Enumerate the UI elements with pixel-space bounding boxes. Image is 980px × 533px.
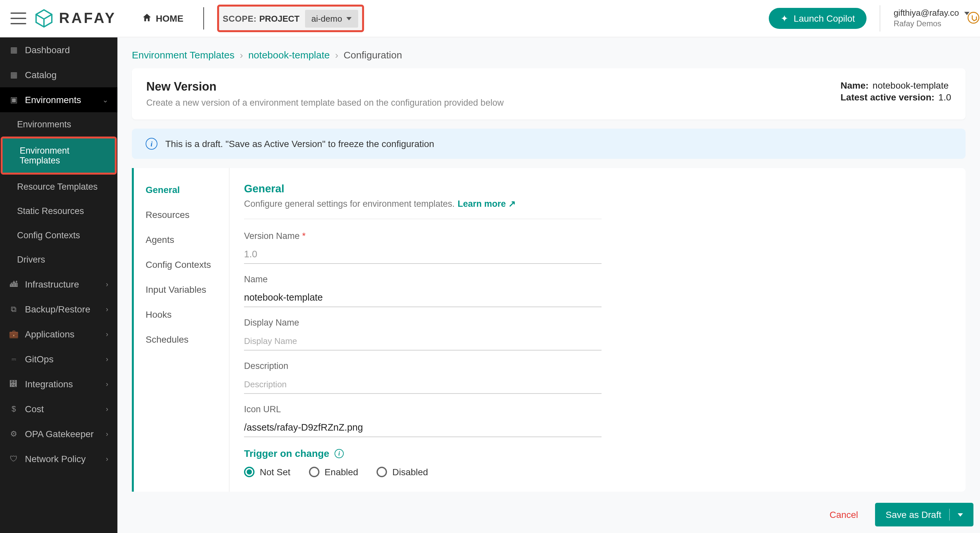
scope-selector[interactable]: SCOPE: PROJECT ai-demo <box>217 5 364 32</box>
button-split <box>949 509 950 520</box>
menu-icon[interactable] <box>11 13 26 24</box>
meta-version-label: Latest active version: <box>841 92 934 102</box>
logo-text: RAFAY <box>59 10 116 27</box>
sidebar-item-label: Resource Templates <box>17 182 98 191</box>
gear-icon: ⚙ <box>9 429 18 439</box>
radio-enabled[interactable]: Enabled <box>309 467 358 477</box>
scope-value[interactable]: ai-demo <box>305 10 358 27</box>
sidebar-item-infrastructure[interactable]: 🏙Infrastructure› <box>0 272 118 297</box>
sidebar-item-label: Environment Templates <box>20 146 106 165</box>
user-email: gifthiya@rafay.co <box>894 8 959 19</box>
sidebar-item-label: Integrations <box>25 379 73 389</box>
sidebar-item-label: Drivers <box>17 255 45 265</box>
sidebar-item-network-policy[interactable]: 🛡Network Policy› <box>0 446 118 471</box>
chevron-right-icon: › <box>106 380 108 388</box>
chevron-right-icon: › <box>106 355 108 363</box>
chevron-down-icon[interactable] <box>958 513 963 516</box>
name-input[interactable] <box>244 288 601 307</box>
sidebar-item-label: Environments <box>17 120 71 129</box>
tab-schedules[interactable]: Schedules <box>132 327 229 352</box>
sidebar-item-backup-restore[interactable]: ⧉Backup/Restore› <box>0 297 118 322</box>
launch-copilot-button[interactable]: ✦ Launch Copilot <box>769 8 867 29</box>
icon-url-input[interactable] <box>244 418 601 437</box>
radio-icon <box>309 467 319 477</box>
sidebar-item-applications[interactable]: 💼Applications› <box>0 322 118 346</box>
radio-icon <box>377 467 387 477</box>
learn-more-text: Learn more <box>458 199 506 209</box>
breadcrumb: Environment Templates › notebook-templat… <box>132 49 966 61</box>
sidebar-item-cost[interactable]: $Cost› <box>0 396 118 421</box>
sidebar-item-gitops[interactable]: ⎓GitOps› <box>0 346 118 372</box>
chevron-right-icon: › <box>106 330 108 338</box>
save-as-draft-button[interactable]: Save as Draft <box>875 503 974 527</box>
sidebar-item-label: Catalog <box>25 70 57 80</box>
breadcrumb-env-templates[interactable]: Environment Templates <box>132 49 234 61</box>
scope-value-text: ai-demo <box>311 13 342 23</box>
sliders-icon: ⵼ <box>9 380 18 389</box>
tab-config-contexts[interactable]: Config Contexts <box>132 252 229 277</box>
sidebar-item-dashboard[interactable]: ▦Dashboard <box>0 37 118 62</box>
trigger-radio-group: Not Set Enabled Disabled <box>244 467 948 477</box>
user-menu[interactable]: gifthiya@rafay.co Rafay Demos <box>894 8 969 29</box>
section-tabs: General Resources Agents Config Contexts… <box>132 168 229 492</box>
name-label: Name <box>244 274 601 284</box>
footer-actions: Cancel Save as Draft <box>132 496 980 533</box>
chevron-right-icon: › <box>106 430 108 438</box>
sidebar-sub-drivers[interactable]: Drivers <box>0 247 118 272</box>
sidebar-item-environments[interactable]: ▣Environments⌄ <box>0 87 118 112</box>
tab-hooks[interactable]: Hooks <box>132 302 229 327</box>
tab-general[interactable]: General <box>134 177 229 202</box>
learn-more-link[interactable]: Learn more ↗ <box>458 199 516 209</box>
tab-agents[interactable]: Agents <box>132 227 229 252</box>
cancel-button[interactable]: Cancel <box>822 504 866 525</box>
form-area: General Resources Agents Config Contexts… <box>132 168 966 492</box>
radio-label: Disabled <box>392 467 428 477</box>
display-name-input[interactable] <box>244 332 601 351</box>
chevron-down-icon: ⌄ <box>102 96 108 104</box>
sidebar-sub-static-resources[interactable]: Static Resources <box>0 199 118 223</box>
home-label: HOME <box>156 13 183 24</box>
sidebar-sub-resource-templates[interactable]: Resource Templates <box>0 175 118 199</box>
home-button[interactable]: HOME <box>135 8 190 29</box>
section-description: Configure general settings for environme… <box>244 199 455 209</box>
trigger-title: Trigger on change i <box>244 448 948 459</box>
sidebar-item-integrations[interactable]: ⵼Integrations› <box>0 372 118 396</box>
meta-version-value: 1.0 <box>939 92 951 102</box>
tab-input-variables[interactable]: Input Variables <box>132 277 229 302</box>
radio-disabled[interactable]: Disabled <box>377 467 428 477</box>
copilot-label: Launch Copilot <box>794 13 855 24</box>
breadcrumb-current: Configuration <box>344 49 402 61</box>
radio-not-set[interactable]: Not Set <box>244 467 290 477</box>
sidebar-item-label: Static Resources <box>17 206 84 216</box>
sparkle-icon: ✦ <box>781 13 789 24</box>
breadcrumb-sep: › <box>335 49 338 61</box>
sidebar-item-label: Cost <box>25 404 44 414</box>
home-icon <box>142 12 152 25</box>
banner-text: This is a draft. "Save as Active Version… <box>165 139 434 149</box>
grid-icon: ▦ <box>9 45 18 54</box>
sidebar-item-label: Infrastructure <box>25 279 79 289</box>
description-label: Description <box>244 361 601 371</box>
radio-label: Enabled <box>325 467 358 477</box>
copy-icon: ⧉ <box>9 305 18 314</box>
icon-url-label: Icon URL <box>244 404 601 414</box>
radio-label: Not Set <box>260 467 290 477</box>
sidebar-item-label: Network Policy <box>25 453 86 464</box>
sidebar-item-label: OPA Gatekeeper <box>25 429 94 439</box>
logo[interactable]: RAFAY <box>34 8 116 28</box>
sidebar-sub-environment-templates[interactable]: Environment Templates <box>3 139 115 172</box>
breadcrumb-sep: › <box>240 49 243 61</box>
sidebar-item-opa-gatekeeper[interactable]: ⚙OPA Gatekeeper› <box>0 421 118 446</box>
sidebar-sub-environments[interactable]: Environments <box>0 112 118 137</box>
breadcrumb-template-name[interactable]: notebook-template <box>248 49 330 61</box>
image-icon: ▣ <box>9 95 18 104</box>
sidebar-sub-config-contexts[interactable]: Config Contexts <box>0 223 118 247</box>
sidebar-item-label: Applications <box>25 329 75 339</box>
chevron-right-icon: › <box>106 405 108 413</box>
building-icon: 🏙 <box>9 279 18 289</box>
dollar-icon: $ <box>9 404 18 413</box>
info-icon[interactable]: i <box>334 448 344 458</box>
sidebar-item-catalog[interactable]: ▦Catalog <box>0 62 118 87</box>
tab-resources[interactable]: Resources <box>132 202 229 227</box>
description-input[interactable] <box>244 375 601 394</box>
